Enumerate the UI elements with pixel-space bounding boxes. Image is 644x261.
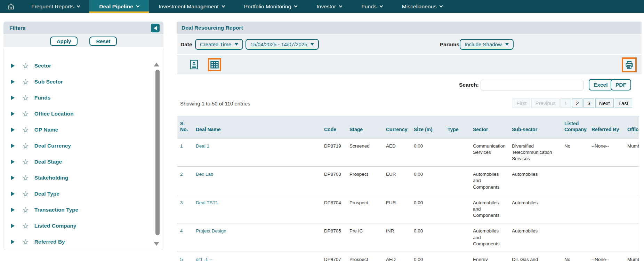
cell-type bbox=[445, 138, 470, 167]
report-view-button[interactable] bbox=[190, 60, 199, 70]
scrollbar-thumb[interactable] bbox=[155, 70, 160, 235]
cell-code: DP8707 bbox=[321, 252, 347, 261]
filter-item-transaction-type[interactable]: ☆ Transaction Type bbox=[4, 202, 163, 218]
nav-item-portfolio-monitoring[interactable]: Portfolio Monitoring bbox=[234, 0, 307, 13]
date-label: Date bbox=[180, 41, 192, 48]
chevron-down-icon bbox=[339, 4, 343, 8]
caret-down-icon bbox=[311, 43, 314, 46]
filter-item-deal-type[interactable]: ☆ Deal Type bbox=[4, 186, 163, 202]
caret-right-icon bbox=[11, 128, 15, 132]
filter-item-deal-stage[interactable]: ☆ Deal Stage bbox=[4, 154, 163, 170]
cell-listed-company: No bbox=[562, 252, 589, 261]
nav-item-deal-pipeline[interactable]: Deal Pipeline bbox=[89, 0, 149, 13]
deal-name-link[interactable]: Dex Lab bbox=[196, 172, 213, 177]
filter-item-label: Office Location bbox=[34, 111, 74, 117]
collapse-filters-button[interactable] bbox=[151, 24, 160, 32]
export-pdf-button[interactable]: PDF bbox=[611, 79, 631, 90]
filters-actions: Apply Reset bbox=[3, 35, 163, 47]
deal-name-link[interactable]: or1=1 -- bbox=[196, 257, 212, 261]
cell-listed-company bbox=[562, 167, 589, 195]
chevron-down-icon bbox=[379, 4, 383, 8]
table-row: 1 Deal 1 DP8719 Screened AED 0.00 Commun… bbox=[177, 138, 639, 167]
star-icon[interactable]: ☆ bbox=[22, 206, 29, 214]
pagination-page-3[interactable]: 3 bbox=[583, 98, 594, 108]
nav-item-frequent-reports[interactable]: Frequent Reports bbox=[22, 0, 89, 13]
nav-item-miscellaneous[interactable]: Miscellaneous bbox=[392, 0, 452, 13]
filter-item-sector[interactable]: ☆ Sector bbox=[4, 58, 163, 74]
star-icon[interactable]: ☆ bbox=[22, 238, 29, 246]
params-value: Include Shadow bbox=[465, 41, 502, 47]
cell-size: 0.00 bbox=[411, 252, 445, 261]
deal-name-link[interactable]: Project Design bbox=[196, 228, 226, 234]
search-label: Search: bbox=[459, 82, 479, 88]
caret-right-icon bbox=[11, 96, 15, 100]
nav-item-funds[interactable]: Funds bbox=[352, 0, 392, 13]
deal-name-link[interactable]: Deal TST1 bbox=[196, 200, 218, 205]
scroll-up-icon[interactable] bbox=[154, 63, 159, 66]
filter-item-office-location[interactable]: ☆ Office Location bbox=[4, 106, 163, 122]
star-icon[interactable]: ☆ bbox=[22, 190, 29, 198]
date-range-dropdown[interactable]: 15/04/2025 - 14/07/2025 bbox=[245, 39, 319, 50]
report-document-icon bbox=[190, 60, 199, 70]
cell-size: 0.00 bbox=[411, 195, 445, 223]
filter-item-funds[interactable]: ☆ Funds bbox=[4, 90, 163, 106]
table-view-button-highlighted[interactable] bbox=[208, 58, 221, 71]
table-row: 3 Deal TST1 DP8704 Prospect EUR 0.00 Aut… bbox=[177, 195, 639, 223]
apply-button[interactable]: Apply bbox=[50, 37, 78, 46]
cell-sub-sector: Automobiles bbox=[509, 223, 562, 252]
home-button[interactable] bbox=[0, 0, 22, 13]
star-icon[interactable]: ☆ bbox=[22, 174, 29, 182]
search-input[interactable] bbox=[481, 80, 583, 90]
filter-item-referred-by[interactable]: ☆ Referred By bbox=[4, 234, 163, 250]
cell-type bbox=[445, 195, 470, 223]
pagination-next[interactable]: Next bbox=[595, 98, 614, 108]
table-row: 5 or1=1 -- DP8707 Prospect AED 0.00 Ener… bbox=[177, 252, 639, 261]
cell-sno: 5 bbox=[177, 252, 193, 261]
star-icon[interactable]: ☆ bbox=[22, 126, 29, 134]
filters-title: Filters bbox=[9, 25, 151, 31]
caret-right-icon bbox=[11, 224, 15, 228]
cell-code: DP8704 bbox=[321, 195, 347, 223]
filters-header: Filters bbox=[3, 22, 163, 34]
date-params-toolbar: Date Created Time 15/04/2025 - 14/07/202… bbox=[177, 34, 642, 54]
star-icon[interactable]: ☆ bbox=[22, 94, 29, 102]
pagination-first[interactable]: First bbox=[513, 98, 530, 108]
nav-item-investor[interactable]: Investor bbox=[307, 0, 352, 13]
nav-item-investment-management[interactable]: Investment Management bbox=[149, 0, 234, 13]
cell-stage: Screened bbox=[347, 138, 383, 167]
cell-sub-sector: Automobiles bbox=[509, 167, 562, 195]
filter-item-sub-sector[interactable]: ☆ Sub Sector bbox=[4, 74, 163, 90]
deals-table-container: S. No. Deal Name Code Stage Currency Siz… bbox=[177, 116, 639, 261]
table-header-row: S. No. Deal Name Code Stage Currency Siz… bbox=[177, 116, 639, 138]
star-icon[interactable]: ☆ bbox=[22, 222, 29, 230]
deal-name-link[interactable]: Deal 1 bbox=[196, 143, 209, 149]
cell-listed-company bbox=[562, 195, 589, 223]
cell-sector: Automobiles and Components bbox=[470, 167, 509, 195]
filter-item-gp-name[interactable]: ☆ GP Name bbox=[4, 122, 163, 138]
params-dropdown[interactable]: Include Shadow bbox=[460, 39, 514, 50]
star-icon[interactable]: ☆ bbox=[22, 110, 29, 118]
filter-item-stakeholding[interactable]: ☆ Stakeholding bbox=[4, 170, 163, 186]
cell-currency: INR bbox=[383, 223, 411, 252]
cell-size: 0.00 bbox=[411, 167, 445, 195]
star-icon[interactable]: ☆ bbox=[22, 62, 29, 70]
cell-stage: Pre IC bbox=[347, 223, 383, 252]
pagination-previous[interactable]: Previous bbox=[531, 98, 559, 108]
caret-right-icon bbox=[11, 112, 15, 116]
filter-item-deal-currency[interactable]: ☆ Deal Currency bbox=[4, 138, 163, 154]
export-excel-button[interactable]: Excel bbox=[589, 79, 613, 90]
print-button-highlighted[interactable] bbox=[622, 57, 637, 72]
column-header-sector: Sector bbox=[470, 116, 509, 138]
star-icon[interactable]: ☆ bbox=[22, 142, 29, 150]
reset-button[interactable]: Reset bbox=[89, 37, 117, 46]
star-icon[interactable]: ☆ bbox=[22, 158, 29, 166]
scroll-down-icon[interactable] bbox=[154, 242, 159, 246]
cell-office-location bbox=[625, 223, 639, 252]
cell-code: DP8703 bbox=[321, 167, 347, 195]
star-icon[interactable]: ☆ bbox=[22, 78, 29, 86]
pagination-page-2[interactable]: 2 bbox=[572, 98, 582, 108]
date-type-dropdown[interactable]: Created Time bbox=[195, 39, 243, 50]
pagination-page-1[interactable]: 1 bbox=[561, 98, 571, 108]
pagination-last[interactable]: Last bbox=[615, 98, 632, 108]
filter-item-listed-company[interactable]: ☆ Listed Company bbox=[4, 218, 163, 234]
